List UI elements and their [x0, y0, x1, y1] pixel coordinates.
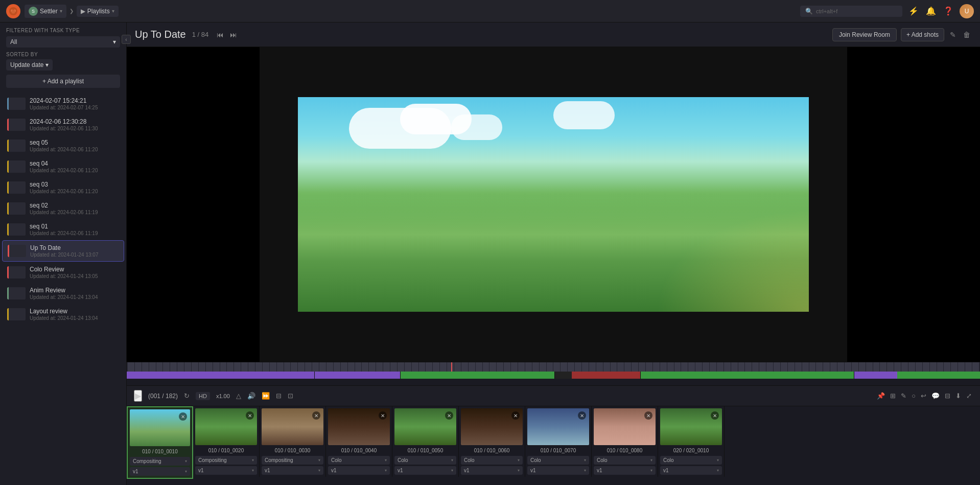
thumbnail-version-dropdown[interactable]: v1 ▾ [195, 466, 257, 475]
thumbnail-version-dropdown[interactable]: v1 ▾ [660, 466, 722, 475]
playlist-info: Layout review Updated at: 2024-01-24 13:… [30, 308, 119, 321]
thumbnail-version-dropdown[interactable]: v1 ▾ [394, 466, 456, 475]
thumbnail-card[interactable]: ✕ 010 / 010_0030 Compositing ▾ v1 ▾ [260, 406, 326, 477]
thumbnail-type-dropdown[interactable]: Colo ▾ [394, 456, 456, 465]
sort-select[interactable]: Update date ▾ [6, 59, 53, 71]
thumbnail-close-button[interactable]: ✕ [511, 411, 520, 420]
thumbnail-type-dropdown[interactable]: Compositing ▾ [195, 456, 257, 465]
thumbnail-type-dropdown[interactable]: Colo ▾ [660, 456, 722, 465]
download-icon[interactable]: ⬇ [954, 391, 962, 401]
quality-badge[interactable]: HD [196, 392, 210, 400]
sidebar-playlist-item[interactable]: Up To Date Updated at: 2024-01-24 13:07 [2, 240, 124, 262]
thumbnail-version-dropdown[interactable]: v1 ▾ [527, 466, 589, 475]
sidebar-playlist-item[interactable]: seq 03 Updated at: 2024-02-06 11:20 [2, 177, 124, 198]
project-selector[interactable]: S Settler ▾ [25, 5, 66, 18]
sidebar-playlist-item[interactable]: Anim Review Updated at: 2024-01-24 13:04 [2, 283, 124, 304]
sidebar-playlist-item[interactable]: 2024-02-06 12:30:28 Updated at: 2024-02-… [2, 114, 124, 135]
add-playlist-button[interactable]: + Add a playlist [6, 75, 120, 88]
playlists-selector[interactable]: ▶ Playlists ▾ [77, 6, 119, 17]
sidebar-playlist-item[interactable]: seq 02 Updated at: 2024-02-06 11:19 [2, 198, 124, 219]
sidebar-playlist-item[interactable]: seq 01 Updated at: 2024-02-06 11:19 [2, 219, 124, 240]
thumbnail-type-dropdown[interactable]: Colo ▾ [527, 456, 589, 465]
thumbnail-close-button[interactable]: ✕ [644, 411, 652, 420]
app-logo[interactable] [6, 4, 20, 18]
sidebar-playlist-list: 2024-02-07 15:24:21 Updated at: 2024-02-… [0, 93, 126, 485]
playlist-item-name: seq 02 [30, 202, 119, 209]
thumbnail-version-label: v1 [663, 468, 669, 473]
user-avatar[interactable]: U [960, 4, 974, 18]
timeline-scrubber[interactable]: document.write(Array(120).fill('<div sty… [127, 362, 980, 372]
add-shots-button[interactable]: + Add shots [901, 28, 944, 41]
thumbnail-card[interactable]: ✕ 010 / 010_0040 Colo ▾ v1 ▾ [326, 406, 392, 477]
help-icon[interactable]: ❓ [942, 5, 954, 17]
filter-label: FILTERED WITH TASK TYPE [6, 28, 120, 33]
filter-select[interactable]: All ▾ [6, 36, 120, 48]
sidebar-playlist-item[interactable]: seq 04 Updated at: 2024-02-06 11:20 [2, 156, 124, 177]
playlist-thumb-bar [7, 223, 9, 236]
thumbnail-close-button[interactable]: ✕ [445, 411, 453, 420]
sidebar-playlist-item[interactable]: 2024-02-07 15:24:21 Updated at: 2024-02-… [2, 94, 124, 114]
thumbnail-card[interactable]: ✕ 010 / 010_0010 Compositing ▾ v1 ▾ [127, 406, 193, 479]
volume-button[interactable]: 🔊 [247, 392, 255, 400]
thumbnail-close-button[interactable]: ✕ [711, 411, 719, 420]
thumbnail-card[interactable]: ✕ 010 / 010_0050 Colo ▾ v1 ▾ [392, 406, 459, 477]
last-frame-button[interactable]: ⏭ [228, 30, 239, 40]
back-icon[interactable]: ↩ [920, 391, 927, 401]
audio-button[interactable]: △ [236, 392, 241, 400]
grid-icon[interactable]: ⊞ [889, 391, 897, 401]
thumbnail-close-button[interactable]: ✕ [312, 411, 320, 420]
fullscreen-icon[interactable]: ⤢ [965, 391, 973, 401]
draw-icon[interactable]: ✎ [900, 391, 907, 401]
thumbnail-version-label: v1 [530, 468, 536, 473]
thumbnail-close-button[interactable]: ✕ [379, 411, 387, 420]
circle-icon[interactable]: ○ [911, 391, 917, 401]
thumbnail-version-dropdown[interactable]: v1 ▾ [130, 467, 190, 476]
clone-button[interactable]: ⊡ [288, 392, 293, 400]
thumbnail-image: ✕ [328, 408, 390, 445]
thumbnail-type-label: Colo [530, 457, 541, 463]
thumbnail-type-dropdown[interactable]: Colo ▾ [328, 456, 390, 465]
svg-point-3 [11, 10, 15, 13]
thumbnail-version-label: v1 [331, 468, 337, 473]
compare-button[interactable]: ⊟ [276, 392, 282, 400]
thumbnail-type-dropdown[interactable]: Compositing ▾ [130, 457, 190, 466]
first-frame-button[interactable]: ⏮ [215, 30, 226, 40]
playlist-thumbnail [7, 98, 26, 110]
thumbnail-type-dropdown[interactable]: Colo ▾ [461, 456, 523, 465]
play-button[interactable]: ▶ [134, 390, 142, 402]
join-review-room-button[interactable]: Join Review Room [832, 28, 897, 41]
sidebar-collapse-button[interactable]: ‹ [122, 35, 131, 44]
trash-icon-button[interactable]: 🗑 [962, 29, 972, 40]
speed-badge[interactable]: x1.00 [216, 393, 230, 399]
timeline-area[interactable]: document.write(Array(120).fill('<div sty… [127, 362, 980, 385]
chat-icon[interactable]: 💬 [930, 391, 941, 401]
thumbnail-card[interactable]: ✕ 010 / 010_0070 Colo ▾ v1 ▾ [525, 406, 592, 477]
thumbnail-card[interactable]: ✕ 010 / 010_0080 Colo ▾ v1 ▾ [592, 406, 658, 477]
thumbnail-card[interactable]: ✕ 010 / 010_0020 Compositing ▾ v1 ▾ [193, 406, 260, 477]
thumbnail-image: ✕ [394, 408, 456, 445]
thumbnail-version-dropdown[interactable]: v1 ▾ [328, 466, 390, 475]
panels-icon[interactable]: ⊟ [944, 391, 951, 401]
thumbnail-version-dropdown[interactable]: v1 ▾ [461, 466, 523, 475]
sidebar-playlist-item[interactable]: Layout review Updated at: 2024-01-24 13:… [2, 304, 124, 325]
lightning-icon[interactable]: ⚡ [907, 5, 920, 17]
loop-button[interactable]: ↻ [184, 392, 190, 400]
thumbnail-version-dropdown[interactable]: v1 ▾ [594, 466, 656, 475]
thumbnail-type-dropdown[interactable]: Compositing ▾ [262, 456, 323, 465]
thumbnail-close-button[interactable]: ✕ [578, 411, 586, 420]
edit-icon-button[interactable]: ✎ [948, 29, 958, 40]
thumbnail-card[interactable]: ✕ 020 / 020_0010 Colo ▾ v1 ▾ [658, 406, 725, 477]
thumbnail-close-button[interactable]: ✕ [179, 412, 187, 421]
bell-icon[interactable]: 🔔 [925, 5, 937, 17]
thumbnail-close-button[interactable]: ✕ [246, 411, 254, 420]
sidebar-header: FILTERED WITH TASK TYPE All ▾ SORTED BY … [0, 22, 126, 93]
sidebar-playlist-item[interactable]: Colo Review Updated at: 2024-01-24 13:05 [2, 262, 124, 283]
search-bar[interactable]: 🔍 ctrl+alt+f [800, 6, 902, 17]
sidebar-playlist-item[interactable]: seq 05 Updated at: 2024-02-06 11:20 [2, 135, 124, 156]
thumbnail-type-dropdown[interactable]: Colo ▾ [594, 456, 656, 465]
skip-button[interactable]: ⏩ [262, 392, 270, 400]
pin-icon[interactable]: 📌 [876, 391, 886, 401]
thumbnail-card[interactable]: ✕ 010 / 010_0060 Colo ▾ v1 ▾ [459, 406, 525, 477]
thumbnail-version-dropdown[interactable]: v1 ▾ [262, 466, 323, 475]
thumbnail-version-chevron: ▾ [650, 468, 652, 473]
